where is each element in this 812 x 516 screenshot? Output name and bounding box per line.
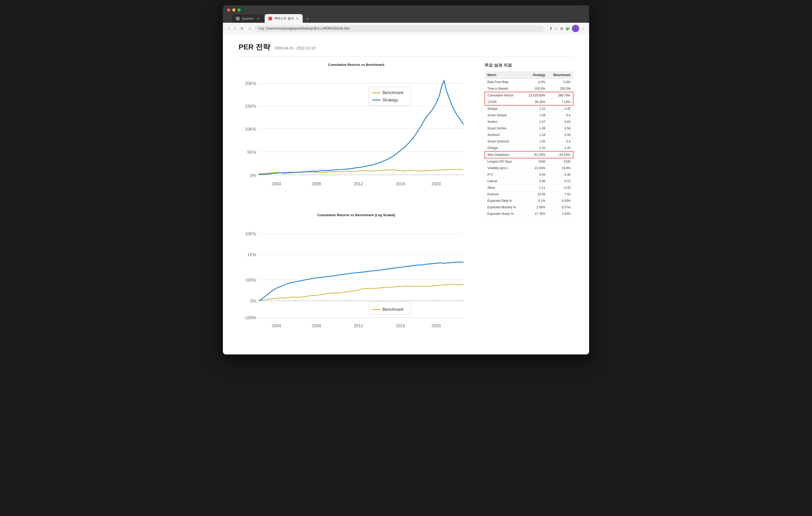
benchmark-line	[259, 170, 464, 174]
tab-backtest-label: 백테스트 결과	[274, 16, 294, 21]
minimize-button[interactable]	[232, 8, 235, 11]
menu-icon[interactable]: ⋮	[581, 26, 585, 31]
col-benchmark: Benchmark	[548, 71, 573, 79]
cell-benchmark: 0.45	[548, 105, 573, 112]
cell-metric: R^2	[485, 172, 523, 178]
user-avatar[interactable]	[572, 25, 579, 32]
tab-backtest-close[interactable]: ✕	[296, 17, 299, 21]
browser-window: Quantus ✕ 백테스트 결과 ✕ + ‹ › ↻ ⌂ 파일 /Users/…	[223, 5, 589, 355]
cell-metric: Sharpe	[485, 105, 523, 112]
cell-strategy: -1.11	[523, 185, 548, 191]
backtest-icon	[268, 17, 272, 20]
cell-strategy: 1.22	[523, 105, 548, 112]
cell-strategy: 100.0%	[523, 86, 548, 92]
svg-text:5K%: 5K%	[248, 150, 256, 154]
col-metric: Metric	[485, 71, 523, 79]
grid-icon[interactable]: ⊞	[560, 26, 563, 31]
table-row: Calmar0.460.13	[485, 178, 573, 185]
cell-strategy: 1.49	[523, 125, 548, 132]
cell-strategy: 1546	[523, 158, 548, 165]
cell-metric: Expected Daily %	[485, 198, 523, 204]
maximize-button[interactable]	[237, 8, 241, 11]
cell-benchmark: 7.03%	[548, 211, 573, 217]
svg-text:15K%: 15K%	[245, 104, 256, 109]
svg-text:2012: 2012	[354, 323, 363, 328]
cell-benchmark: -54.54%	[548, 151, 573, 158]
cell-strategy: 10.56	[523, 191, 548, 198]
refresh-button[interactable]: ↻	[239, 26, 245, 32]
svg-text:2008: 2008	[312, 323, 321, 328]
metrics-title: 주요 성과 지표	[485, 63, 573, 68]
cell-benchmark: 0.56	[548, 125, 573, 132]
svg-text:Benchmark: Benchmark	[382, 90, 404, 95]
cell-metric: Smart Sortino/2	[485, 138, 523, 145]
cell-benchmark: 0.4	[548, 138, 573, 145]
svg-text:2020: 2020	[431, 181, 441, 186]
cell-strategy: 1.09	[523, 112, 548, 119]
svg-text:2020: 2020	[431, 323, 441, 328]
table-row: Risk-Free Rate0.0%0.0%	[485, 79, 573, 86]
svg-text:2016: 2016	[396, 323, 405, 328]
table-row: Longest DD Days15462193	[485, 158, 573, 165]
table-row: R^20.460.46	[485, 172, 573, 178]
table-row: Expected Yearly %27.76%7.03%	[485, 211, 573, 217]
cell-metric: Volatility (ann.)	[485, 165, 523, 172]
new-tab-button[interactable]: +	[304, 16, 311, 23]
forward-button[interactable]: ›	[233, 26, 236, 31]
svg-text:2008: 2008	[312, 181, 321, 186]
tab-backtest[interactable]: 백테스트 결과 ✕	[265, 14, 303, 23]
cell-benchmark: 7.14%	[548, 99, 573, 105]
cell-metric: Calmar	[485, 178, 523, 185]
cell-strategy: 1.18	[523, 132, 548, 138]
divider	[239, 56, 573, 57]
chart2-container: Cumulative Returns vs Benchmark (Log Sca…	[239, 213, 474, 339]
svg-text:10K%: 10K%	[245, 127, 256, 131]
cell-metric: Time in Market	[485, 86, 523, 92]
table-row: Omega1.251.25	[485, 145, 573, 152]
svg-text:10K%: 10K%	[245, 231, 256, 236]
cell-strategy: 1.05	[523, 138, 548, 145]
cell-benchmark: 0.46	[548, 172, 573, 178]
svg-text:2004: 2004	[272, 181, 281, 186]
cell-metric: CAGR	[485, 99, 523, 105]
extensions-icon[interactable]: 🧩	[565, 26, 570, 31]
back-button[interactable]: ‹	[227, 26, 230, 31]
cell-benchmark: 2193	[548, 158, 573, 165]
cell-benchmark: 0.4	[548, 112, 573, 119]
cell-benchmark: 0.44	[548, 132, 573, 138]
cell-strategy: 0.0%	[523, 79, 548, 86]
tab-quantus-label: Quantus	[242, 17, 254, 20]
table-row: Volatility (ann.)22.94%19.9%	[485, 165, 573, 172]
charts-section: Cumulative Returns vs Benchmark 20K% 15K…	[239, 63, 474, 346]
address-bar-actions: ⬆ ☆ ⊞ 🧩 ⋮	[549, 25, 585, 32]
cell-strategy: 0.1%	[523, 198, 548, 204]
tab-quantus-close[interactable]: ✕	[257, 17, 260, 21]
page-content: PER 전략 2003-04-15 - 2022-12-19 Cumulativ…	[223, 34, 589, 355]
cell-strategy: 13,329.80%	[523, 92, 548, 99]
home-button[interactable]: ⌂	[248, 26, 252, 31]
table-row: Sharpe1.220.45	[485, 105, 573, 112]
table-row: Sortino/21.180.44	[485, 132, 573, 138]
svg-text:2016: 2016	[396, 181, 405, 186]
cell-benchmark: 7.62	[548, 191, 573, 198]
address-bar[interactable]: 파일 /Users/moonjeonghyeon/Desktop/퀀터스/PER…	[255, 25, 544, 32]
cell-strategy: 0.46	[523, 178, 548, 185]
bookmark-icon[interactable]: ☆	[555, 26, 558, 31]
cell-metric: Sortino	[485, 119, 523, 125]
chart1-title: Cumulative Returns vs Benchmark	[239, 63, 474, 67]
svg-text:20K%: 20K%	[245, 81, 256, 86]
cell-benchmark: -0.32	[548, 185, 573, 191]
close-button[interactable]	[227, 8, 230, 11]
tab-quantus[interactable]: Quantus ✕	[232, 14, 264, 23]
cell-metric: Skew	[485, 185, 523, 191]
tabs-row: Quantus ✕ 백테스트 결과 ✕ +	[232, 14, 585, 23]
share-icon[interactable]: ⬆	[549, 26, 552, 31]
table-row: Cumulative Return13,329.80%288.79%	[485, 92, 573, 99]
chart2-title: Cumulative Returns vs Benchmark (Log Sca…	[239, 213, 474, 217]
address-text: /Users/moonjeonghyeon/Desktop/퀀터스/PER%20…	[266, 26, 349, 31]
metrics-section: 주요 성과 지표 Metric Strategy Benchmark Risk-…	[485, 63, 573, 217]
cell-benchmark: 288.79%	[548, 92, 573, 99]
svg-text:1K%: 1K%	[248, 252, 256, 257]
table-row: Max Drawdown-61.16%-54.54%	[485, 151, 573, 158]
page-header: PER 전략 2003-04-15 - 2022-12-19	[239, 42, 573, 52]
